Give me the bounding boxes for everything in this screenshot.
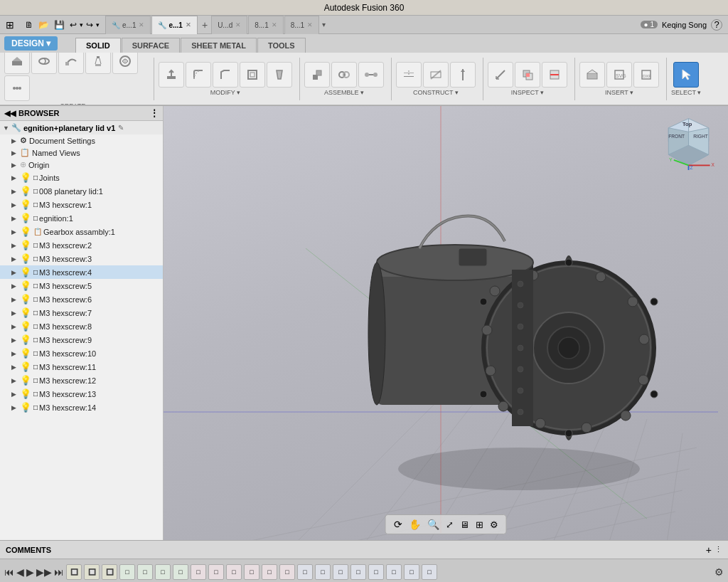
timeline-item[interactable]: □ [226, 564, 242, 580]
inspect-label[interactable]: INSPECT ▾ [511, 89, 544, 96]
tree-item[interactable]: ▶ 💡 □ M3 hexscrew:6 [0, 292, 163, 306]
tab-add[interactable]: + [198, 16, 211, 34]
construct-label[interactable]: CONSTRUCT ▾ [413, 89, 459, 96]
loft-btn[interactable] [85, 53, 111, 74]
timeline-end-btn[interactable]: ⏭ [54, 566, 64, 578]
timeline-item[interactable]: 🔲 [84, 564, 100, 580]
tree-item[interactable]: ▶ ⚙ Document Settings [0, 134, 163, 147]
timeline-item[interactable]: □ [244, 564, 259, 580]
comments-collapse-btn[interactable]: ⋮ [714, 545, 722, 554]
undo-dropdown-icon[interactable]: ▾ [80, 21, 83, 28]
timeline-item[interactable]: □ [155, 564, 171, 580]
tree-item[interactable]: ▶ 💡 □ Joints [0, 171, 163, 184]
tab-sheet-metal[interactable]: SHEET METAL [181, 38, 257, 53]
timeline-item[interactable]: □ [119, 564, 135, 580]
tree-item[interactable]: ▶ 💡 📋 Gearbox assambly:1 [0, 225, 163, 238]
tab-solid[interactable]: SOLID [75, 38, 121, 53]
zoom-btn[interactable]: 🔍 [425, 517, 441, 531]
timeline-next-btn[interactable]: ▶▶ [36, 566, 52, 578]
add-comment-btn[interactable]: + [706, 544, 712, 556]
display-settings-btn[interactable]: ⚙ [488, 518, 500, 531]
tree-item[interactable]: ▶ 💡 □ 008 planetary lid:1 [0, 184, 163, 198]
timeline-item[interactable]: □ [368, 564, 384, 580]
undo-icon[interactable]: ↩ [68, 18, 79, 31]
tree-item[interactable]: ▶ 💡 □ M3 hexscrew:2 [0, 238, 163, 252]
tab-surface[interactable]: SURFACE [122, 38, 181, 53]
tree-item[interactable]: ▶ 💡 □ M3 hexscrew:13 [0, 387, 163, 401]
joint-btn[interactable] [331, 62, 357, 88]
browser-collapse-btn[interactable]: ◀◀ [4, 109, 16, 118]
tab-scroll-right[interactable]: ▾ [320, 16, 328, 34]
freeform-btn[interactable] [112, 53, 138, 74]
tab-3-close[interactable]: ✕ [235, 21, 241, 28]
new-icon[interactable]: 🗎 [23, 18, 36, 31]
tab-tools[interactable]: TOOLS [257, 38, 306, 53]
tab-5-close[interactable]: ✕ [307, 21, 313, 28]
timeline-back-btn[interactable]: ⏮ [4, 566, 14, 578]
design-dropdown[interactable]: DESIGN ▾ [4, 36, 58, 51]
revolve-btn[interactable] [31, 53, 57, 74]
tree-item[interactable]: ▶ 💡 □ M3 hexscrew:1 [0, 198, 163, 211]
chamfer-btn[interactable] [213, 62, 238, 88]
app-menu-button[interactable]: ⊞ [3, 19, 17, 31]
tree-item[interactable]: ▶ 📋 Named Views [0, 147, 163, 159]
tree-item[interactable]: ▶ 💡 □ M3 hexscrew:8 [0, 319, 163, 333]
tree-item[interactable]: ▶ ⊕ Origin [0, 159, 163, 171]
save-icon[interactable]: 💾 [52, 18, 67, 31]
timeline-item[interactable]: □ [279, 564, 295, 580]
viewcube[interactable]: Top FRONT RIGHT Z X Y [660, 113, 721, 174]
interference-btn[interactable] [515, 62, 540, 88]
tree-item[interactable]: ▶ 💡 □ M3 hexscrew:14 [0, 401, 163, 414]
insert-label[interactable]: INSERT ▾ [605, 89, 633, 96]
section-analysis-btn[interactable] [542, 62, 567, 88]
timeline-item[interactable]: □ [386, 564, 402, 580]
tree-item-selected[interactable]: ▶ 💡 □ M3 hexscrew:4 [0, 265, 163, 279]
modify-label[interactable]: MODIFY ▾ [210, 89, 240, 96]
tree-item[interactable]: ▶ 💡 □ M3 hexscrew:9 [0, 333, 163, 346]
timeline-item[interactable]: □ [262, 564, 277, 580]
timeline-settings-btn[interactable]: ⚙ [714, 566, 724, 578]
shell-btn[interactable] [240, 62, 265, 88]
user-name[interactable]: Keqing Song [662, 21, 707, 29]
draft-btn[interactable] [267, 62, 292, 88]
timeline-item[interactable]: □ [191, 564, 206, 580]
fit-btn[interactable]: ⤢ [444, 518, 456, 531]
timeline-item[interactable]: □ [173, 564, 188, 580]
extrude-btn[interactable] [4, 53, 30, 74]
axis-btn[interactable] [450, 62, 476, 88]
tree-root[interactable]: ▼ 🔧 egnition+planetary lid v1 ✎ [0, 121, 163, 134]
tab-4[interactable]: 8...1 ✕ [248, 16, 283, 34]
create-more-btn[interactable] [4, 75, 30, 101]
timeline-item[interactable]: □ [137, 564, 153, 580]
timeline-item[interactable]: 🔲 [66, 564, 82, 580]
timeline-prev-btn[interactable]: ◀ [16, 566, 24, 578]
tree-item[interactable]: ▶ 💡 □ M3 hexscrew:3 [0, 252, 163, 265]
sweep-btn[interactable] [58, 53, 84, 74]
timeline-item[interactable]: □ [297, 564, 313, 580]
tab-4-close[interactable]: ✕ [272, 21, 277, 28]
tab-3[interactable]: U...d ✕ [211, 16, 247, 34]
motion-link-btn[interactable] [358, 62, 384, 88]
insert-dxf-btn[interactable]: DXF [633, 62, 659, 88]
timeline-item[interactable]: □ [208, 564, 224, 580]
midplane-btn[interactable] [423, 62, 449, 88]
open-icon[interactable]: 📂 [36, 18, 51, 31]
measure-btn[interactable] [488, 62, 513, 88]
press-pull-btn[interactable] [159, 62, 184, 88]
redo-dropdown-icon[interactable]: ▾ [96, 21, 100, 28]
help-button[interactable]: ? [711, 19, 722, 31]
orbit-btn[interactable]: ⟳ [392, 517, 405, 531]
timeline-item[interactable]: □ [333, 564, 348, 580]
tab-5[interactable]: 8...1 ✕ [284, 16, 319, 34]
create-label[interactable]: CREATE ▾ [60, 102, 90, 106]
tab-1[interactable]: 🔧 e...1 ✕ [105, 16, 151, 34]
tree-item[interactable]: ▶ 💡 □ M3 hexscrew:12 [0, 374, 163, 387]
browser-options-btn[interactable]: ⋮ [150, 108, 159, 118]
tree-item[interactable]: ▶ 💡 □ M3 hexscrew:10 [0, 346, 163, 360]
tree-item[interactable]: ▶ 💡 □ egnition:1 [0, 211, 163, 225]
root-edit-btn[interactable]: ✎ [118, 124, 124, 132]
fillet-btn[interactable] [186, 62, 211, 88]
notification-badge[interactable]: ● 1 [641, 21, 658, 28]
pan-btn[interactable]: ✋ [407, 517, 423, 531]
display-mode-btn[interactable]: 🖥 [458, 518, 471, 531]
